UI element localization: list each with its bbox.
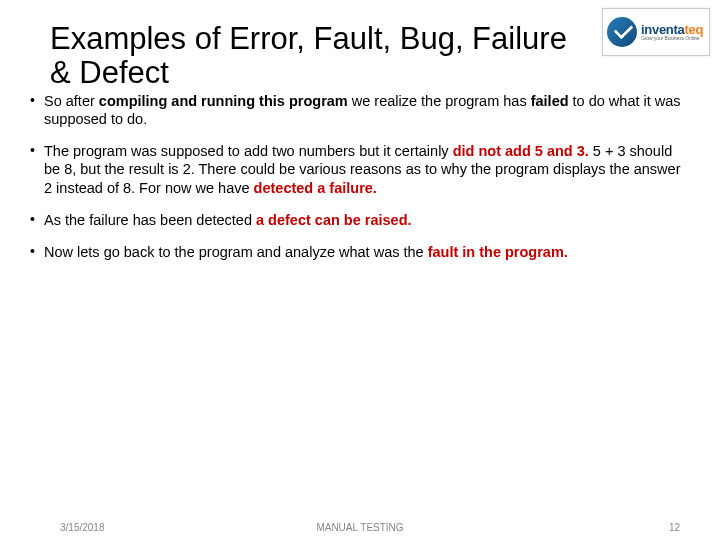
bullet-3: As the failure has been detected a defec… (30, 211, 690, 229)
bullet-1: So after compiling and running this prog… (30, 92, 690, 128)
brand-tagline: Grow your Business Online (641, 36, 703, 41)
slide-title: Examples of Error, Fault, Bug, Failure &… (50, 22, 590, 90)
slide: Examples of Error, Fault, Bug, Failure &… (0, 0, 720, 540)
brand-logo: inventateq Grow your Business Online (602, 8, 710, 56)
slide-body: So after compiling and running this prog… (30, 92, 690, 275)
checkmark-icon (607, 17, 637, 47)
logo-text: inventateq Grow your Business Online (641, 23, 703, 41)
bullet-4: Now lets go back to the program and anal… (30, 243, 690, 261)
footer-title: MANUAL TESTING (0, 522, 720, 533)
bullet-2: The program was supposed to add two numb… (30, 142, 690, 196)
footer-page-number: 12 (669, 522, 680, 533)
